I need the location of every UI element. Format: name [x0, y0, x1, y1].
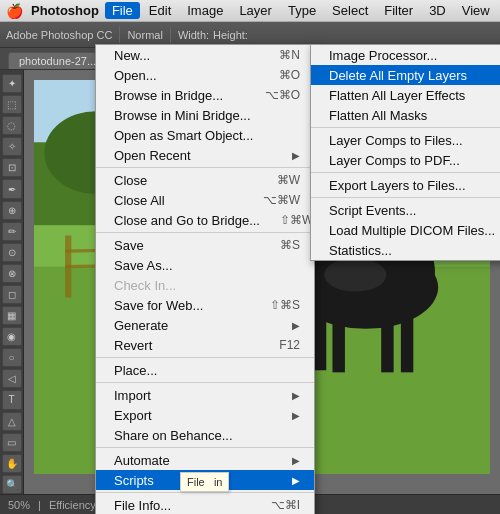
- document-tab[interactable]: photodune-27...: [8, 52, 107, 69]
- menu-item-revert[interactable]: Revert F12: [96, 335, 314, 355]
- submenu-layer-comps-pdf-label: Layer Comps to PDF...: [329, 153, 460, 168]
- menu-item-close-bridge-shortcut: ⇧⌘W: [280, 213, 313, 227]
- view-menu-item[interactable]: View: [455, 2, 497, 19]
- submenu-image-processor[interactable]: Image Processor...: [311, 45, 500, 65]
- menu-item-new[interactable]: New... ⌘N: [96, 45, 314, 65]
- menu-item-save[interactable]: Save ⌘S: [96, 235, 314, 255]
- generate-arrow-icon: ▶: [292, 320, 300, 331]
- gradient-tool[interactable]: ▦: [2, 306, 22, 325]
- submenu-script-events[interactable]: Script Events...: [311, 200, 500, 220]
- tool-panel: ✦ ⬚ ◌ ✧ ⊡ ✒ ⊕ ✏ ⊙ ⊗ ◻ ▦ ◉ ○ ◁ T △ ▭ ✋ 🔍: [0, 70, 24, 494]
- menu-item-close-all[interactable]: Close All ⌥⌘W: [96, 190, 314, 210]
- menu-item-scripts-label: Scripts: [114, 473, 154, 488]
- menu-item-open-smart[interactable]: Open as Smart Object...: [96, 125, 314, 145]
- menu-item-new-label: New...: [114, 48, 150, 63]
- lasso-tool[interactable]: ◌: [2, 116, 22, 135]
- menu-item-save-web[interactable]: Save for Web... ⇧⌘S: [96, 295, 314, 315]
- submenu-layer-comps-files[interactable]: Layer Comps to Files...: [311, 130, 500, 150]
- scripts-submenu[interactable]: Image Processor... Delete All Empty Laye…: [310, 44, 500, 261]
- file-menu-item[interactable]: File: [105, 2, 140, 19]
- menu-item-import[interactable]: Import ▶: [96, 385, 314, 405]
- clone-tool[interactable]: ⊙: [2, 243, 22, 262]
- path-tool[interactable]: △: [2, 412, 22, 431]
- menu-item-open-recent[interactable]: Open Recent ▶: [96, 145, 314, 165]
- menu-item-open[interactable]: Open... ⌘O: [96, 65, 314, 85]
- blur-tool[interactable]: ◉: [2, 327, 22, 346]
- submenu-delete-empty-layers-label: Delete All Empty Layers: [329, 68, 467, 83]
- menu-item-automate[interactable]: Automate ▶: [96, 450, 314, 470]
- menu-item-export[interactable]: Export ▶: [96, 405, 314, 425]
- magic-wand-tool[interactable]: ✧: [2, 137, 22, 156]
- app-body: Adobe Photoshop CC Normal Width: Height:…: [0, 22, 500, 514]
- menu-item-check-in-label: Check In...: [114, 278, 176, 293]
- submenu-sep-3: [311, 197, 500, 198]
- toolbar-separator: [119, 27, 120, 43]
- submenu-layer-comps-pdf[interactable]: Layer Comps to PDF...: [311, 150, 500, 170]
- shape-tool[interactable]: ▭: [2, 433, 22, 452]
- menu-item-save-web-label: Save for Web...: [114, 298, 203, 313]
- menu-item-close-bridge[interactable]: Close and Go to Bridge... ⇧⌘W: [96, 210, 314, 230]
- menu-item-generate-label: Generate: [114, 318, 168, 333]
- menu-item-export-label: Export: [114, 408, 152, 423]
- selection-tool[interactable]: ⬚: [2, 95, 22, 114]
- eraser-tool[interactable]: ◻: [2, 285, 22, 304]
- menu-item-file-info[interactable]: File Info... ⌥⌘I: [96, 495, 314, 514]
- menu-item-generate[interactable]: Generate ▶: [96, 315, 314, 335]
- menu-item-close-shortcut: ⌘W: [277, 173, 300, 187]
- submenu-statistics[interactable]: Statistics...: [311, 240, 500, 260]
- zoom-tool[interactable]: 🔍: [2, 475, 22, 494]
- edit-menu-item[interactable]: Edit: [142, 2, 178, 19]
- submenu-flatten-masks[interactable]: Flatten All Masks: [311, 105, 500, 125]
- layer-menu-item[interactable]: Layer: [232, 2, 279, 19]
- submenu-load-dicom[interactable]: Load Multiple DICOM Files...: [311, 220, 500, 240]
- menu-item-open-label: Open...: [114, 68, 157, 83]
- menu-item-open-recent-label: Open Recent: [114, 148, 191, 163]
- move-tool[interactable]: ✦: [2, 74, 22, 93]
- eyedropper-tool[interactable]: ✒: [2, 179, 22, 198]
- menu-item-open-smart-label: Open as Smart Object...: [114, 128, 253, 143]
- menu-item-check-in: Check In...: [96, 275, 314, 295]
- menu-item-share-behance[interactable]: Share on Behance...: [96, 425, 314, 445]
- menu-item-browse-mini-label: Browse in Mini Bridge...: [114, 108, 251, 123]
- toolbar-separator-2: [170, 27, 171, 43]
- app-name-label: Photoshop: [31, 3, 99, 18]
- scripts-arrow-icon: ▶: [292, 475, 300, 486]
- history-tool[interactable]: ⊗: [2, 264, 22, 283]
- menu-item-close[interactable]: Close ⌘W: [96, 170, 314, 190]
- filter-menu-item[interactable]: Filter: [377, 2, 420, 19]
- apple-menu-icon[interactable]: 🍎: [6, 3, 23, 19]
- submenu-export-layers[interactable]: Export Layers to Files...: [311, 175, 500, 195]
- file-menu-dropdown[interactable]: New... ⌘N Open... ⌘O Browse in Bridge...…: [95, 44, 315, 514]
- crop-tool[interactable]: ⊡: [2, 158, 22, 177]
- 3d-menu-item[interactable]: 3D: [422, 2, 453, 19]
- menu-item-new-shortcut: ⌘N: [279, 48, 300, 62]
- menu-item-place[interactable]: Place...: [96, 360, 314, 380]
- menu-item-revert-label: Revert: [114, 338, 152, 353]
- menu-item-browse-bridge-label: Browse in Bridge...: [114, 88, 223, 103]
- select-menu-item[interactable]: Select: [325, 2, 375, 19]
- submenu-flatten-effects[interactable]: Flatten All Layer Effects: [311, 85, 500, 105]
- menu-item-share-behance-label: Share on Behance...: [114, 428, 233, 443]
- type-menu-item[interactable]: Type: [281, 2, 323, 19]
- healing-tool[interactable]: ⊕: [2, 201, 22, 220]
- menu-sep-5: [96, 447, 314, 448]
- pen-tool[interactable]: ◁: [2, 369, 22, 388]
- status-separator: |: [38, 499, 41, 511]
- hand-tool[interactable]: ✋: [2, 454, 22, 473]
- menu-item-save-as[interactable]: Save As...: [96, 255, 314, 275]
- text-tool[interactable]: T: [2, 390, 22, 409]
- dodge-tool[interactable]: ○: [2, 348, 22, 367]
- image-menu-item[interactable]: Image: [180, 2, 230, 19]
- submenu-delete-empty-layers[interactable]: Delete All Empty Layers: [311, 65, 500, 85]
- submenu-statistics-label: Statistics...: [329, 243, 392, 258]
- menu-item-open-shortcut: ⌘O: [279, 68, 300, 82]
- brush-tool[interactable]: ✏: [2, 222, 22, 241]
- submenu-layer-comps-files-label: Layer Comps to Files...: [329, 133, 463, 148]
- svg-rect-16: [332, 318, 344, 372]
- menu-item-scripts[interactable]: Scripts ▶: [96, 470, 314, 490]
- menu-sep-4: [96, 382, 314, 383]
- submenu-export-layers-label: Export Layers to Files...: [329, 178, 466, 193]
- menu-item-browse-mini[interactable]: Browse in Mini Bridge...: [96, 105, 314, 125]
- menu-item-browse-bridge[interactable]: Browse in Bridge... ⌥⌘O: [96, 85, 314, 105]
- menu-sep-2: [96, 232, 314, 233]
